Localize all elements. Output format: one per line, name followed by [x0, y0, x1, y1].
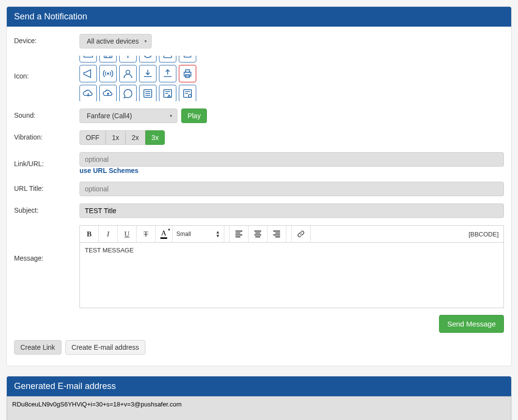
linkurl-input[interactable]: [79, 152, 504, 167]
strike-button[interactable]: T: [137, 226, 156, 242]
generated-body: Test E-mail: [7, 396, 511, 420]
icon-option[interactable]: [139, 56, 157, 62]
urltitle-row: URL Title:: [14, 182, 504, 196]
url-schemes-link[interactable]: use URL Schemes: [79, 167, 139, 174]
link-buttons: Create Link Create E-mail address: [14, 340, 504, 355]
subject-row: Subject:: [14, 203, 504, 218]
cloud-down-icon[interactable]: [79, 85, 97, 101]
generated-title: Generated E-mail address: [7, 376, 511, 396]
font-color-button[interactable]: A▼: [156, 226, 173, 242]
align-left-button[interactable]: [230, 226, 249, 242]
font-size-select[interactable]: Small ▲▼: [173, 226, 224, 242]
align-center-button[interactable]: [249, 226, 267, 242]
bbcode-button[interactable]: [BBCODE]: [464, 226, 503, 242]
icon-option[interactable]: [99, 56, 117, 62]
svg-point-14: [188, 94, 191, 97]
subject-label: Subject:: [14, 203, 79, 214]
antenna-icon[interactable]: [99, 65, 117, 82]
generated-email-output[interactable]: [7, 396, 511, 420]
svg-rect-1: [104, 56, 112, 58]
send-message-button[interactable]: Send Message: [439, 315, 504, 333]
sound-selected: Fanfare (Call4): [87, 112, 132, 120]
icon-option[interactable]: [119, 56, 137, 62]
updown-icon: ▲▼: [216, 230, 220, 238]
generated-email-panel: Generated E-mail address Test E-mail: [6, 376, 512, 420]
urltitle-label: URL Title:: [14, 182, 79, 192]
icon-label: Icon:: [14, 56, 79, 80]
sound-label: Sound:: [14, 109, 79, 119]
svg-rect-4: [164, 56, 172, 58]
upload-icon[interactable]: [159, 65, 176, 82]
megaphone-icon[interactable]: [79, 65, 97, 82]
user-icon[interactable]: [119, 65, 137, 82]
icon-option[interactable]: [159, 56, 176, 62]
align-right-button[interactable]: [267, 226, 286, 242]
device-select[interactable]: All active devices ▼: [79, 34, 152, 48]
message-textarea[interactable]: TEST MESSAGE: [80, 243, 503, 308]
sound-row: Sound: Fanfare (Call4) ▼ Play: [14, 109, 504, 123]
list-warn-icon[interactable]: [159, 85, 176, 101]
vibration-2x[interactable]: 2x: [126, 130, 145, 145]
svg-point-2: [144, 56, 152, 58]
icon-option[interactable]: [79, 56, 97, 62]
device-selected: All active devices: [87, 37, 139, 45]
link-button[interactable]: [292, 226, 311, 242]
panel-body: Device: All active devices ▼ Icon:: [7, 27, 511, 366]
svg-rect-5: [184, 56, 191, 57]
svg-point-7: [126, 70, 130, 74]
play-button[interactable]: Play: [181, 109, 207, 123]
printer-icon[interactable]: [179, 65, 196, 82]
urltitle-input[interactable]: [79, 182, 504, 196]
chat-icon[interactable]: [119, 85, 137, 101]
svg-rect-9: [186, 70, 189, 72]
svg-point-6: [108, 73, 109, 75]
vibration-1x[interactable]: 1x: [106, 130, 126, 145]
sound-select[interactable]: Fanfare (Call4) ▼: [79, 109, 177, 123]
chevron-down-icon: ▼: [143, 39, 147, 44]
vibration-3x[interactable]: 3x: [145, 130, 165, 145]
vibration-label: Vibration:: [14, 130, 79, 141]
underline-button[interactable]: U: [118, 226, 137, 242]
message-label: Message:: [14, 225, 79, 262]
send-notification-panel: Send a Notification Device: All active d…: [6, 6, 512, 366]
editor-toolbar: B I U T A▼ Small ▲▼: [80, 226, 503, 243]
message-row: Message: B I U T A▼ Small ▲▼: [14, 225, 504, 333]
panel-title: Send a Notification: [7, 7, 511, 27]
linkurl-row: Link/URL: use URL Schemes: [14, 152, 504, 174]
bold-button[interactable]: B: [80, 226, 99, 242]
svg-rect-8: [184, 72, 191, 76]
download-icon[interactable]: [139, 65, 157, 82]
list-icon[interactable]: [139, 85, 157, 101]
vibration-off[interactable]: OFF: [79, 130, 106, 145]
italic-button[interactable]: I: [99, 226, 118, 242]
create-email-button[interactable]: Create E-mail address: [65, 340, 145, 355]
message-editor: B I U T A▼ Small ▲▼: [79, 225, 504, 308]
list-time-icon[interactable]: [179, 85, 196, 101]
svg-rect-0: [84, 56, 93, 57]
device-row: Device: All active devices ▼: [14, 34, 504, 48]
device-label: Device:: [14, 34, 79, 45]
icon-row: Icon:: [14, 56, 504, 101]
icon-picker[interactable]: [79, 56, 206, 101]
vibration-group: OFF 1x 2x 3x: [79, 130, 165, 145]
create-link-button[interactable]: Create Link: [14, 340, 62, 355]
cloud-up-icon[interactable]: [99, 85, 117, 101]
font-size-value: Small: [176, 231, 191, 237]
linkurl-label: Link/URL:: [14, 152, 79, 168]
subject-input[interactable]: [79, 203, 504, 218]
vibration-row: Vibration: OFF 1x 2x 3x: [14, 130, 504, 145]
icon-option[interactable]: [179, 56, 196, 62]
chevron-down-icon: ▼: [169, 114, 173, 118]
